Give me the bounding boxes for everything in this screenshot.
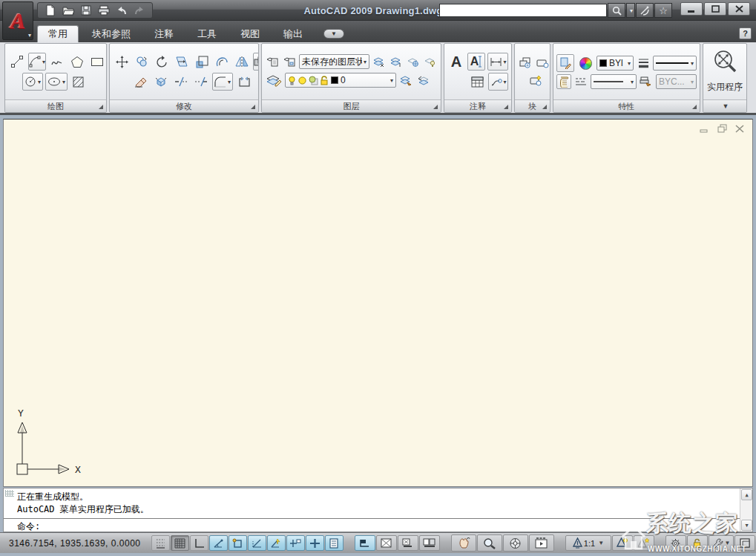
show-motion-button[interactable] bbox=[529, 534, 554, 552]
circle-button[interactable]: ▾ bbox=[22, 73, 43, 91]
layer-dropdown[interactable]: 0 ▾ bbox=[285, 73, 396, 88]
tab-home[interactable]: 常用 bbox=[37, 25, 79, 42]
lineweight-toggle[interactable] bbox=[306, 535, 324, 551]
annotation-scale-button[interactable]: 1:1 ▼ bbox=[565, 535, 611, 551]
drawing-close-button[interactable] bbox=[734, 124, 745, 133]
polygon-button[interactable] bbox=[68, 53, 86, 71]
dimension-button[interactable]: ▾ bbox=[487, 53, 508, 71]
object-color-dropdown[interactable]: BYl ▾ bbox=[596, 56, 634, 71]
layer-states-save-button[interactable] bbox=[265, 54, 280, 69]
application-menu-button[interactable]: A ▾ bbox=[2, 1, 33, 40]
undo-button[interactable] bbox=[114, 4, 130, 17]
stretch-button[interactable] bbox=[173, 53, 191, 71]
insert-block-button[interactable] bbox=[518, 56, 533, 71]
drawing-area[interactable]: Y X bbox=[3, 119, 753, 487]
mirror-button[interactable] bbox=[233, 53, 251, 71]
quick-view-drawings-button[interactable] bbox=[419, 535, 440, 551]
status-bar-menu-button[interactable]: ▼ bbox=[709, 535, 734, 551]
multiline-text-button[interactable]: A bbox=[447, 53, 465, 71]
scale-button[interactable] bbox=[193, 53, 211, 71]
rotate-button[interactable] bbox=[153, 53, 171, 71]
clean-screen-button[interactable] bbox=[734, 535, 755, 551]
quick-properties-toggle[interactable] bbox=[325, 535, 344, 551]
panel-title-layers[interactable]: 图层 bbox=[262, 99, 441, 112]
layer-isolate-button[interactable] bbox=[372, 54, 387, 69]
rectangle-button[interactable] bbox=[88, 53, 106, 71]
zoom-extents-button[interactable] bbox=[711, 48, 738, 76]
dynamic-input-toggle[interactable] bbox=[286, 535, 305, 551]
hatch-button[interactable] bbox=[70, 73, 88, 91]
layer-states-manage-button[interactable] bbox=[282, 54, 297, 69]
save-button[interactable] bbox=[78, 4, 94, 17]
dynamic-ucs-toggle[interactable] bbox=[267, 535, 286, 551]
table-button[interactable] bbox=[468, 73, 486, 91]
layer-match-button[interactable] bbox=[398, 73, 413, 88]
scroll-up-button[interactable]: ▲ bbox=[741, 489, 752, 500]
coordinates-readout[interactable]: 3146.7154, 1935.1639, 0.0000 bbox=[0, 538, 151, 549]
plot-button[interactable] bbox=[96, 4, 112, 17]
panel-title-draw[interactable]: 绘图 bbox=[5, 99, 106, 112]
drawing-restore-button[interactable] bbox=[717, 124, 727, 133]
multileader-button[interactable]: ▾ bbox=[488, 73, 508, 91]
layer-properties-button[interactable] bbox=[265, 71, 283, 89]
layer-previous-button[interactable] bbox=[415, 73, 430, 88]
auto-annotation-scale-button[interactable] bbox=[634, 535, 654, 551]
tab-output[interactable]: 输出 bbox=[273, 25, 313, 42]
color-wheel-button[interactable] bbox=[576, 54, 594, 72]
redo-button[interactable] bbox=[131, 4, 148, 17]
pan-button[interactable] bbox=[451, 534, 476, 552]
tab-tools[interactable]: 工具 bbox=[187, 25, 227, 42]
panel-title-annotate[interactable]: 注释 bbox=[444, 99, 511, 112]
communication-center-button[interactable] bbox=[636, 3, 654, 18]
explode-button[interactable] bbox=[152, 73, 170, 91]
panel-title-modify[interactable]: 修改 bbox=[110, 99, 258, 112]
workspace-switching-button[interactable] bbox=[665, 535, 686, 551]
ortho-toggle[interactable] bbox=[190, 535, 208, 551]
copy-button[interactable] bbox=[133, 53, 151, 71]
tab-blocks-references[interactable]: 块和参照 bbox=[82, 25, 141, 42]
trim-button[interactable] bbox=[172, 73, 190, 91]
search-button[interactable] bbox=[608, 3, 625, 18]
grid-toggle[interactable] bbox=[171, 535, 189, 551]
match-properties-button[interactable] bbox=[556, 54, 574, 72]
layer-unisolate-button[interactable] bbox=[389, 54, 404, 69]
panel-title-properties[interactable]: 特性 bbox=[553, 99, 700, 112]
search-options-button[interactable]: ▾ bbox=[626, 3, 635, 18]
tab-view[interactable]: 视图 bbox=[230, 25, 270, 42]
minimize-button[interactable] bbox=[680, 2, 703, 16]
drawing-minimize-button[interactable] bbox=[699, 124, 709, 133]
steering-wheel-button[interactable] bbox=[503, 534, 528, 552]
ellipse-button[interactable]: ▾ bbox=[45, 73, 68, 91]
command-line-window[interactable]: 正在重生成模型。 AutoCAD 菜单实用程序已加载。 命令: ▲ ▼ bbox=[3, 488, 753, 532]
command-scrollbar[interactable]: ▲ ▼ bbox=[740, 488, 752, 532]
zoom-button[interactable] bbox=[477, 534, 502, 552]
lineweight-dropdown[interactable]: ▾ bbox=[653, 56, 697, 71]
polar-tracking-toggle[interactable] bbox=[209, 535, 228, 551]
layer-off-button[interactable] bbox=[423, 54, 438, 69]
erase-button[interactable] bbox=[132, 73, 150, 91]
panel-title-block[interactable]: 块 bbox=[515, 99, 550, 112]
list-button[interactable] bbox=[556, 74, 571, 89]
array-button[interactable]: ▾ bbox=[253, 53, 259, 71]
arc-button[interactable]: ▾ bbox=[28, 53, 46, 71]
annotation-visibility-button[interactable] bbox=[612, 535, 633, 551]
plot-style-button[interactable] bbox=[639, 74, 654, 89]
command-window-grip[interactable] bbox=[5, 490, 14, 497]
linetype-button[interactable] bbox=[573, 74, 588, 89]
layer-freeze-button[interactable] bbox=[406, 54, 421, 69]
offset-button[interactable] bbox=[213, 53, 231, 71]
plot-style-dropdown[interactable]: BYC... ▾ bbox=[656, 74, 697, 89]
quick-view-layouts-button[interactable] bbox=[398, 535, 418, 551]
object-snap-toggle[interactable] bbox=[229, 535, 247, 551]
command-prompt[interactable]: 命令: bbox=[17, 520, 40, 532]
panel-title-utilities[interactable]: ▼ bbox=[703, 99, 746, 112]
line-button[interactable] bbox=[8, 53, 26, 71]
polyline-button[interactable] bbox=[48, 53, 66, 71]
layer-state-dropdown[interactable]: 未保存的图层状态 ▾ bbox=[299, 54, 369, 69]
text-style-button[interactable]: A bbox=[467, 53, 485, 71]
move-button[interactable] bbox=[113, 53, 131, 71]
scroll-down-button[interactable]: ▼ bbox=[741, 520, 752, 531]
snap-toggle[interactable] bbox=[151, 535, 170, 551]
favorites-button[interactable]: ☆ bbox=[654, 3, 672, 18]
maximize-button[interactable] bbox=[704, 2, 726, 16]
